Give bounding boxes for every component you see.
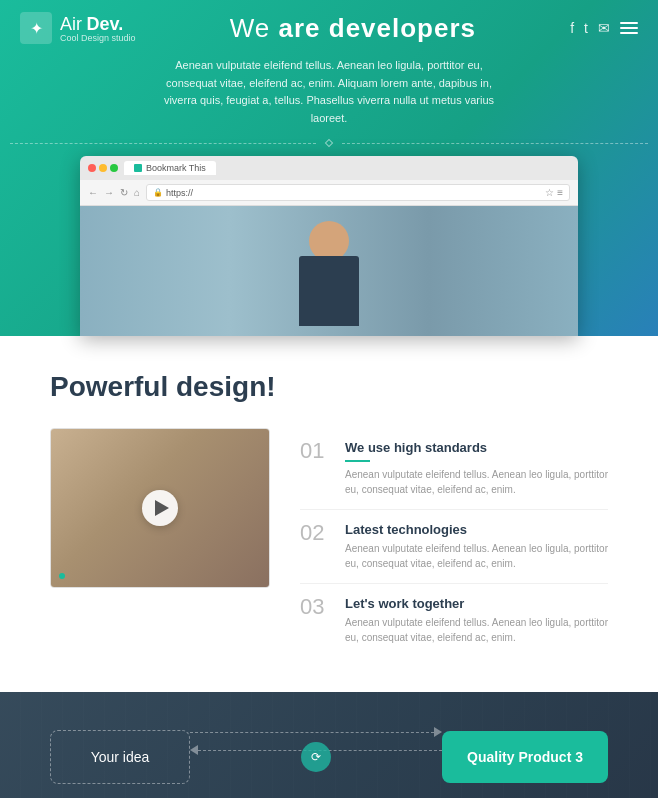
hero-description: Aenean vulputate eleifend tellus. Aenean…: [0, 49, 658, 135]
feature-title-2: Latest technologies: [345, 522, 608, 537]
feature-title-1: We use high standards: [345, 440, 608, 455]
process-flow: Your idea ⟳ Quality Product 3: [50, 727, 608, 787]
process-section: Your idea ⟳ Quality Product 3 Work Proce…: [0, 692, 658, 798]
minimize-dot[interactable]: [99, 164, 107, 172]
backward-arrowhead: [190, 745, 198, 755]
features-list: 01 We use high standards Aenean vulputat…: [300, 428, 608, 657]
home-button[interactable]: ⌂: [134, 187, 140, 198]
process-circle-icon: ⟳: [301, 742, 331, 772]
tab-label: Bookmark This: [146, 163, 206, 173]
feature-desc-3: Aenean vulputate eleifend tellus. Aenean…: [345, 615, 608, 645]
design-title: Powerful design!: [50, 371, 608, 403]
address-bar[interactable]: 🔒 https:// ☆ ≡: [146, 184, 570, 201]
design-content: 01 We use high standards Aenean vulputat…: [50, 428, 608, 657]
feature-content-3: Let's work together Aenean vulputate ele…: [345, 596, 608, 645]
video-thumbnail[interactable]: [50, 428, 270, 588]
quality-product-box: Quality Product 3: [442, 731, 608, 783]
browser-menu-icon[interactable]: ≡: [557, 187, 563, 198]
feature-desc-1: Aenean vulputate eleifend tellus. Aenean…: [345, 467, 608, 497]
feature-num-2: 02: [300, 522, 330, 544]
play-icon: [155, 500, 169, 516]
maximize-dot[interactable]: [110, 164, 118, 172]
feature-content-2: Latest technologies Aenean vulputate ele…: [345, 522, 608, 571]
forward-line: [190, 732, 434, 733]
person-body: [299, 256, 359, 326]
hero-section: ✦ Air Dev. Cool Design studio We are dev…: [0, 0, 658, 336]
feature-num-1: 01: [300, 440, 330, 462]
quality-product-label: Quality Product 3: [467, 749, 583, 765]
forward-arrowhead: [434, 727, 442, 737]
feature-accent-1: [345, 460, 370, 462]
hero-title-normal: We: [230, 13, 279, 43]
forward-button[interactable]: →: [104, 187, 114, 198]
nav-title-area: We are developers: [136, 13, 571, 44]
person-head: [309, 221, 349, 261]
browser-nav: ← → ↻ ⌂ 🔒 https:// ☆ ≡: [80, 180, 578, 206]
feature-desc-2: Aenean vulputate eleifend tellus. Aenean…: [345, 541, 608, 571]
star-icon[interactable]: ☆: [545, 187, 554, 198]
browser-bar: Bookmark This: [80, 156, 578, 180]
feature-item-3: 03 Let's work together Aenean vulputate …: [300, 584, 608, 657]
feature-item-2: 02 Latest technologies Aenean vulputate …: [300, 510, 608, 584]
divider: [0, 135, 658, 151]
refresh-button[interactable]: ↻: [120, 187, 128, 198]
feature-num-3: 03: [300, 596, 330, 618]
tab-favicon: [134, 164, 142, 172]
logo-dev: Dev.: [86, 14, 123, 34]
logo[interactable]: ✦ Air Dev. Cool Design studio: [20, 12, 136, 44]
your-idea-box: Your idea: [50, 730, 190, 784]
twitter-icon[interactable]: t: [584, 20, 588, 36]
feature-item-1: 01 We use high standards Aenean vulputat…: [300, 428, 608, 510]
person-image: [80, 206, 578, 336]
back-button[interactable]: ←: [88, 187, 98, 198]
nav-icons: f t ✉: [570, 20, 638, 36]
hero-title-bold: are developers: [278, 13, 476, 43]
logo-air: Air: [60, 14, 82, 34]
browser-tab[interactable]: Bookmark This: [124, 161, 216, 175]
arrow-forward: [190, 727, 442, 737]
browser-content-image: [80, 206, 578, 336]
logo-subtitle: Cool Design studio: [60, 33, 136, 43]
close-dot[interactable]: [88, 164, 96, 172]
browser-controls: [88, 164, 118, 172]
process-content: Your idea ⟳ Quality Product 3 Work Proce…: [50, 727, 608, 798]
feature-content-1: We use high standards Aenean vulputate e…: [345, 440, 608, 497]
your-idea-label: Your idea: [91, 749, 150, 765]
navbar: ✦ Air Dev. Cool Design studio We are dev…: [0, 0, 658, 44]
browser-mockup: Bookmark This ← → ↻ ⌂ 🔒 https:// ☆ ≡: [80, 156, 578, 336]
menu-icon[interactable]: [620, 22, 638, 34]
hero-title: We are developers: [230, 13, 476, 43]
facebook-icon[interactable]: f: [570, 20, 574, 36]
feature-title-3: Let's work together: [345, 596, 608, 611]
email-icon[interactable]: ✉: [598, 20, 610, 36]
lock-icon: 🔒: [153, 188, 163, 197]
url-text: https://: [166, 188, 193, 198]
design-section: Powerful design! 01 We use high standard…: [0, 336, 658, 692]
process-connector: ⟳: [190, 727, 442, 787]
logo-icon: ✦: [20, 12, 52, 44]
